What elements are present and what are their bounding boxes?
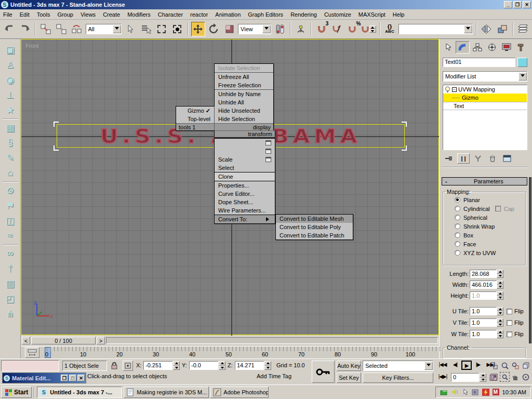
manipulate-icon[interactable] <box>294 22 308 36</box>
angle-snap-icon[interactable] <box>330 22 344 36</box>
menu-item-unhide-by-name[interactable]: Unhide by Name <box>215 90 273 98</box>
z-coordinate-field[interactable]: 14.271 <box>235 361 264 370</box>
menu-item-hide-unselected[interactable]: Hide Unselected <box>215 107 273 115</box>
pan-icon[interactable] <box>510 372 520 382</box>
radio-spherical[interactable]: Spherical <box>455 213 525 222</box>
use-center-icon[interactable] <box>273 22 287 36</box>
tab-create[interactable] <box>441 41 455 54</box>
menu-views[interactable]: Views <box>81 11 96 18</box>
next-frame-icon[interactable]: |▶ <box>473 362 483 367</box>
radio-box[interactable]: Box <box>455 231 525 240</box>
w-tile-spinner[interactable] <box>497 330 503 338</box>
maxscript-listener[interactable] <box>1 360 59 371</box>
menu-item-clone[interactable]: Clone <box>215 172 275 181</box>
layers-icon[interactable] <box>516 22 530 36</box>
menu-customize[interactable]: Customize <box>324 11 351 18</box>
spinning-top-icon[interactable]: ⊥ <box>3 87 18 102</box>
radio-xyz-to-uvw[interactable]: XYZ to UVW <box>455 248 525 257</box>
prev-frame-icon[interactable]: ◀| <box>450 362 460 367</box>
track-bar[interactable]: 010 2030 4050 6070 8090 100 <box>21 346 439 358</box>
length-field[interactable]: 28.068 <box>470 270 497 278</box>
time-slider-button[interactable]: 0 / 100 <box>31 337 96 344</box>
select-link-icon[interactable] <box>38 22 52 36</box>
time-slider-rail[interactable] <box>106 337 438 344</box>
configure-sets-icon[interactable] <box>501 153 513 164</box>
pillar-icon[interactable]: ◫ <box>3 213 18 228</box>
sphere-icon[interactable]: ◉ <box>3 72 18 87</box>
menu-item-hide-selection[interactable]: Hide Selection <box>215 115 273 123</box>
prev-frame-button[interactable]: < <box>22 337 30 344</box>
linked-boxes-icon[interactable]: ◰ <box>3 291 18 306</box>
bind-spacewarp-icon[interactable] <box>70 22 84 36</box>
play-icon[interactable]: ▶ <box>461 361 472 370</box>
length-spinner[interactable] <box>497 270 503 278</box>
rotate-icon[interactable] <box>207 22 221 36</box>
v-tile-field[interactable]: 1.0 <box>470 318 497 327</box>
collapse-icon[interactable]: − <box>452 87 457 92</box>
align-icon[interactable] <box>495 22 509 36</box>
mirror-icon[interactable] <box>480 22 494 36</box>
zoom-extents-all-icon[interactable] <box>489 361 499 370</box>
w-tile-field[interactable]: 1.0 <box>470 330 497 338</box>
menu-item-freeze-selection[interactable]: Freeze Selection <box>215 81 273 89</box>
key-filter-dropdown[interactable]: Selected <box>363 361 433 371</box>
menu-item-properties[interactable]: Properties... <box>215 181 275 190</box>
current-time-field[interactable]: 0 <box>451 373 479 382</box>
menu-modifiers[interactable]: Modifiers <box>127 11 151 18</box>
menu-rendering[interactable]: Rendering <box>290 11 317 18</box>
material-editor-window[interactable]: S Material Edit... ❐ □ ✕ <box>2 373 86 383</box>
absolute-mode-icon[interactable] <box>123 361 133 371</box>
auto-key-button[interactable]: Auto Key <box>337 361 361 371</box>
gear-icon[interactable]: ⚙ <box>3 183 18 198</box>
v-tile-spinner[interactable] <box>497 318 503 327</box>
menu-item-rotate[interactable] <box>215 147 275 155</box>
biped-icon[interactable]: † <box>3 261 18 276</box>
menu-maxscript[interactable]: MAXScript <box>358 11 385 18</box>
volume-icon[interactable] <box>451 389 459 395</box>
modifier-list-dropdown[interactable]: Modifier List <box>443 71 527 82</box>
shirt-icon[interactable]: ♙ <box>3 57 18 72</box>
menu-item-convert-editable-patch[interactable]: Convert to Editable Patch <box>276 231 353 240</box>
knot-icon[interactable]: ∞ <box>3 246 18 261</box>
radio-face[interactable]: Face <box>455 240 525 248</box>
menu-help[interactable]: Help <box>393 11 405 18</box>
radio-shrink-wrap[interactable]: Shrink Wrap <box>455 222 525 231</box>
viewport-label[interactable]: Front <box>25 43 39 49</box>
radio-cylindrical[interactable]: Cylindrical Cap <box>455 204 525 213</box>
undo-icon[interactable] <box>2 22 16 36</box>
flash-tray-icon[interactable] <box>482 389 489 396</box>
named-sets-icon[interactable]: {}ABC <box>382 22 396 36</box>
set-keys-button[interactable] <box>312 361 335 383</box>
tab-modify[interactable] <box>456 41 470 54</box>
time-slider-track[interactable]: < 0 / 100 > <box>21 336 439 345</box>
menu-item-select[interactable]: Select <box>215 164 275 172</box>
remove-modifier-icon[interactable] <box>486 153 499 164</box>
menu-character[interactable]: Character <box>158 11 183 18</box>
menu-item-top-level[interactable]: Top-level <box>176 115 214 123</box>
menu-item-gizmo[interactable]: Gizmo✓ <box>176 107 214 115</box>
zoom-icon[interactable] <box>500 361 510 370</box>
stack-row-gizmo[interactable]: Gizmo <box>443 94 527 102</box>
chevron-down-icon[interactable] <box>262 25 271 33</box>
pin-stack-icon[interactable] <box>443 153 455 164</box>
key-filters-button[interactable]: Key Filters... <box>363 373 433 383</box>
minimize-button[interactable]: _ <box>504 1 512 8</box>
tab-display[interactable] <box>499 41 513 54</box>
tab-motion[interactable] <box>485 41 499 54</box>
y-coordinate-field[interactable]: -0.0 <box>189 361 218 370</box>
maximize-icon[interactable]: □ <box>69 375 76 381</box>
arc-rotate-icon[interactable] <box>521 372 530 382</box>
menu-animation[interactable]: Animation <box>215 11 241 18</box>
restore-icon[interactable]: ❐ <box>61 375 68 381</box>
u-tile-spinner[interactable] <box>497 307 503 315</box>
selection-lock-icon[interactable] <box>109 361 119 371</box>
task-notepad[interactable]: Making registrie in 3DS M... <box>124 387 209 398</box>
house-icon[interactable]: ⌂ <box>3 165 18 180</box>
zoom-extents-icon[interactable] <box>521 361 530 370</box>
height-spinner[interactable] <box>497 291 503 300</box>
v-flip-checkbox[interactable] <box>507 320 512 326</box>
menu-item-curve-editor[interactable]: Curve Editor... <box>215 190 275 198</box>
boxes-icon[interactable]: ▣ <box>3 42 18 57</box>
width-field[interactable]: 466.016 <box>470 281 497 289</box>
settings-icon[interactable] <box>265 157 271 162</box>
